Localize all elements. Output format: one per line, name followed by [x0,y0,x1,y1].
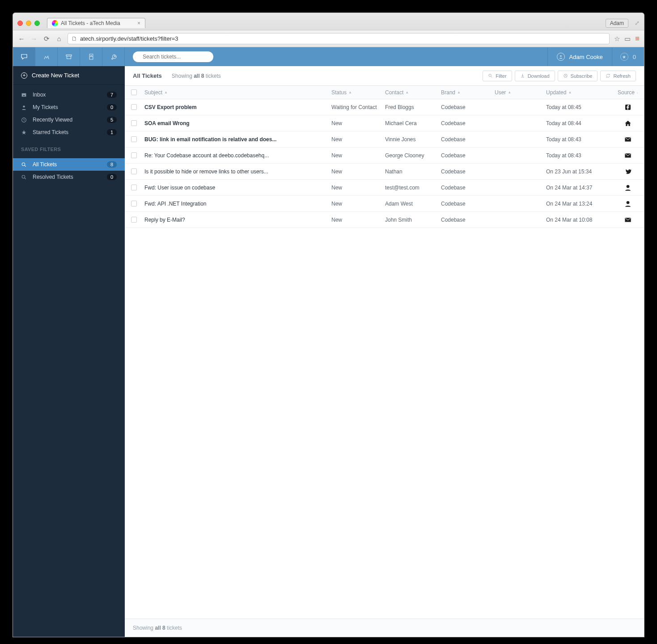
svg-point-11 [626,185,629,188]
col-user[interactable]: User▲ [495,89,546,96]
cell-updated: On 23 Jun at 15:34 [546,168,618,175]
search-field[interactable] [143,54,210,60]
tab-close-icon[interactable]: × [137,20,140,26]
cell-subject: SOA email Wrong [144,120,331,126]
user-name: Adam Cooke [569,54,603,60]
cell-status: New [331,168,385,175]
download-button[interactable]: Download [515,71,555,81]
count-badge: 7 [107,92,117,98]
row-checkbox[interactable] [131,104,137,110]
nav-archive-icon[interactable] [58,47,80,66]
url-bar[interactable]: 🗋 atech.sirportly.dev/staff/tickets?filt… [68,33,610,44]
home-icon[interactable]: ⌂ [55,35,63,42]
cell-subject: CSV Export problem [144,104,331,110]
cell-contact: test@test.com [385,185,441,191]
minimize-window-icon[interactable] [26,21,31,26]
cell-subject: Fwd: API .NET Integration [144,201,331,207]
row-checkbox[interactable] [131,185,137,190]
cell-contact: Nathan [385,168,441,175]
sidebar-item-label: Starred Tickets [33,129,68,135]
row-checkbox[interactable] [131,201,137,206]
cell-source [618,184,638,191]
cell-updated: On 24 Mar at 10:08 [546,217,618,223]
back-icon[interactable]: ← [17,35,25,42]
col-brand[interactable]: Brand▲ [441,89,495,96]
cell-status: New [331,120,385,126]
table-row[interactable]: Reply by E-Mail?NewJohn SmithCodebaseOn … [125,212,644,228]
cell-contact: Fred Bloggs [385,104,441,110]
reload-icon[interactable]: ⟳ [42,35,51,43]
fullscreen-icon[interactable]: ⤢ [635,20,640,26]
sidebar-item-inbox[interactable]: Inbox7 [13,88,125,101]
nav-chat-icon[interactable] [13,47,35,66]
menu-icon[interactable]: ≡ [635,34,640,43]
sidebar-item-all-tickets[interactable]: All Tickets8 [13,158,125,171]
col-updated[interactable]: Updated▲ [546,89,618,96]
create-ticket-button[interactable]: + Create New Ticket [13,66,125,85]
subscribe-button[interactable]: Subscribe [558,71,598,81]
cell-subject: Is it possible to hide or remove links t… [144,168,331,175]
cell-brand: Codebase [441,217,495,223]
notif-count: 0 [633,54,636,60]
sort-icon: ▲ [568,90,572,94]
svg-point-7 [22,175,25,178]
row-checkbox[interactable] [131,152,137,158]
twitter-icon [624,168,632,175]
col-status[interactable]: Status▲ [331,89,385,96]
url-text: atech.sirportly.dev/staff/tickets?filter… [80,35,178,42]
table-row[interactable]: SOA email WrongNewMichael CeraCodebaseTo… [125,115,644,131]
sidebar-item-label: Inbox [33,92,46,98]
search-icon [21,174,27,180]
sidebar-item-starred-tickets[interactable]: Starred Tickets1 [13,126,125,139]
window-controls [17,21,40,26]
forward-icon[interactable]: → [30,35,38,42]
sidebar-item-resolved-tickets[interactable]: Resolved Tickets0 [13,171,125,183]
plus-icon: + [21,72,27,79]
cell-subject: Re: Your Codebase account at deebo.codeb… [144,152,331,159]
table-header: Subject▲ Status▲ Contact▲ Brand▲ User▲ U… [125,86,644,99]
sidebar-item-label: Resolved Tickets [33,174,73,180]
cell-contact: John Smith [385,217,441,223]
notifications-button[interactable]: ★ 0 [612,47,644,66]
cell-brand: Codebase [441,136,495,143]
browser-profile-button[interactable]: Adam [606,19,628,28]
table-row[interactable]: Re: Your Codebase account at deebo.codeb… [125,147,644,164]
sidebar: + Create New Ticket Inbox7My Tickets0Rec… [13,66,125,637]
row-checkbox[interactable] [131,136,137,142]
table-row[interactable]: CSV Export problemWaiting for ContactFre… [125,99,644,115]
table-row[interactable]: BUG: link in email notification is relat… [125,131,644,147]
cell-brand: Codebase [441,201,495,207]
col-source[interactable]: Source▲ [618,89,638,96]
search-input[interactable] [133,51,213,62]
svg-point-6 [22,163,25,166]
count-badge: 8 [107,161,117,168]
col-contact[interactable]: Contact▲ [385,89,441,96]
sidebar-item-recently-viewed[interactable]: Recently Viewed5 [13,114,125,126]
cast-icon[interactable]: ▭ [624,35,631,43]
cell-source [618,216,638,223]
browser-tab[interactable]: All Tickets - aTech Media × [47,18,145,28]
user-menu[interactable]: Adam Cooke [547,47,612,66]
close-window-icon[interactable] [17,21,23,26]
count-badge: 5 [107,117,117,123]
table-row[interactable]: Fwd: API .NET IntegrationNewAdam WestCod… [125,196,644,212]
sidebar-item-my-tickets[interactable]: My Tickets0 [13,101,125,114]
select-all-checkbox[interactable] [131,89,137,95]
row-checkbox[interactable] [131,217,137,223]
refresh-button[interactable]: Refresh [600,71,636,81]
row-checkbox[interactable] [131,168,137,174]
table-footer: Showing all 8 tickets [125,619,644,637]
table-row[interactable]: Is it possible to hide or remove links t… [125,164,644,180]
star-bookmark-icon[interactable]: ☆ [614,35,620,43]
col-subject[interactable]: Subject▲ [144,89,331,96]
cell-updated: Today at 08:44 [546,120,618,126]
nav-settings-icon[interactable] [102,47,125,66]
maximize-window-icon[interactable] [34,21,40,26]
nav-export-icon[interactable] [80,47,102,66]
cell-brand: Codebase [441,104,495,110]
row-checkbox[interactable] [131,120,137,126]
tab-title: All Tickets - aTech Media [61,20,120,26]
nav-reports-icon[interactable] [35,47,58,66]
filter-button[interactable]: Filter [483,71,512,81]
table-row[interactable]: Fwd: User issue on codebaseNewtest@test.… [125,180,644,196]
